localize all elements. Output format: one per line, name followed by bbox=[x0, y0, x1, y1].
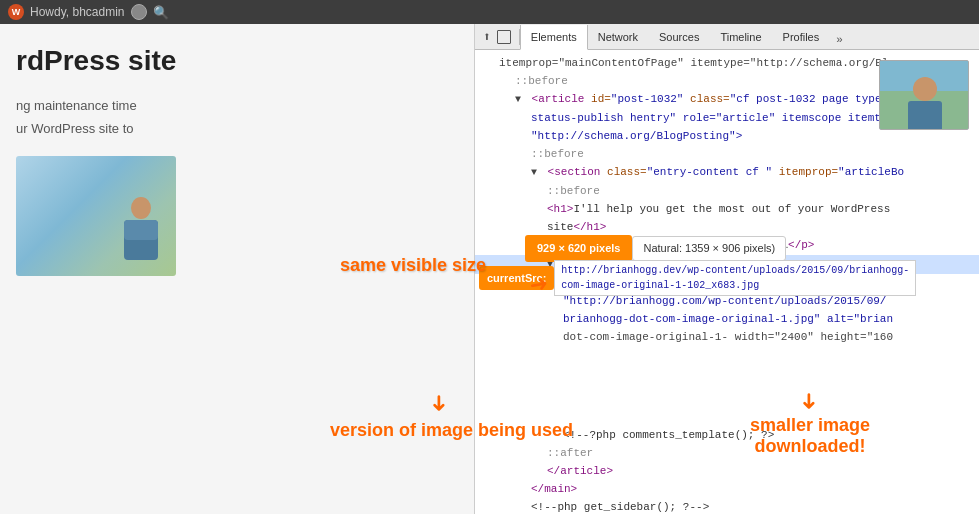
wp-desc: ur WordPress site to bbox=[16, 121, 458, 136]
svg-point-5 bbox=[913, 77, 937, 101]
devtools-combined: ⬆ Elements Network Sources Timeline bbox=[475, 24, 979, 514]
wp-image-placeholder bbox=[16, 156, 176, 276]
html-line: ::before bbox=[475, 182, 979, 200]
devtools-tab-row: ⬆ Elements Network Sources Timeline bbox=[475, 24, 979, 50]
avatar bbox=[131, 4, 147, 20]
top-bar: W Howdy, bhcadmin 🔍 bbox=[0, 0, 979, 24]
currentsrc-value: http://brianhogg.dev/wp-content/uploads/… bbox=[554, 260, 916, 296]
inspect-icon[interactable] bbox=[497, 30, 511, 44]
main-content: rdPress site ng maintenance time ur Word… bbox=[0, 24, 979, 514]
svg-rect-2 bbox=[124, 220, 158, 240]
wp-pane: rdPress site ng maintenance time ur Word… bbox=[0, 24, 475, 514]
devtools-tab-icons: ⬆ bbox=[475, 29, 520, 45]
html-line: ::before bbox=[475, 145, 979, 163]
thumbnail-svg bbox=[880, 61, 969, 130]
natural-size-box: Natural: 1359 × 906 pixels) bbox=[632, 236, 786, 261]
search-icon[interactable]: 🔍 bbox=[153, 5, 169, 20]
html-line: </main> bbox=[475, 480, 979, 498]
img-thumbnail bbox=[879, 60, 969, 130]
html-line: brianhogg-dot-com-image-original-1.jpg" … bbox=[475, 310, 979, 328]
tab-sources[interactable]: Sources bbox=[649, 24, 710, 49]
person-silhouette bbox=[116, 196, 166, 276]
html-line: <h1>I'll help you get the most out of yo… bbox=[475, 200, 979, 218]
html-line: <!--php get_sidebar(); ?--> bbox=[475, 498, 979, 514]
devtools-pane: ⬆ Elements Network Sources Timeline bbox=[475, 24, 979, 514]
devtools-tabs-list: Elements Network Sources Timeline Profil… bbox=[520, 24, 849, 49]
currentsrc-row: currentSrc: http://brianhogg.dev/wp-cont… bbox=[479, 260, 916, 296]
html-line: <!--?php comments_template(); ?> bbox=[475, 426, 979, 444]
tab-network[interactable]: Network bbox=[588, 24, 649, 49]
html-line: ▼ <section class="entry-content cf " ite… bbox=[475, 163, 979, 182]
tab-profiles[interactable]: Profiles bbox=[773, 24, 831, 49]
svg-point-0 bbox=[131, 197, 151, 219]
html-line: site</h1> bbox=[475, 218, 979, 236]
html-line: dot-com-image-original-1- width="2400" h… bbox=[475, 328, 979, 346]
size-popup: 929 × 620 pixels Natural: 1359 × 906 pix… bbox=[525, 235, 786, 262]
tab-elements[interactable]: Elements bbox=[520, 25, 588, 50]
top-bar-left: W Howdy, bhcadmin 🔍 bbox=[8, 4, 169, 20]
wp-title-text: rdPress site bbox=[16, 45, 176, 76]
currentsrc-label: currentSrc: bbox=[479, 266, 554, 291]
wp-title: rdPress site bbox=[16, 44, 458, 78]
cursor-icon[interactable]: ⬆ bbox=[483, 29, 491, 45]
tab-timeline[interactable]: Timeline bbox=[710, 24, 772, 49]
howdy-text: Howdy, bhcadmin bbox=[30, 5, 125, 19]
wp-subtitle1: ng maintenance time bbox=[16, 98, 458, 113]
html-line: ::after bbox=[475, 444, 979, 462]
more-tabs-button[interactable]: » bbox=[830, 31, 849, 49]
size-highlight-box: 929 × 620 pixels bbox=[525, 235, 632, 262]
html-line: </article> bbox=[475, 462, 979, 480]
html-content[interactable]: itemprop="mainContentOfPage" itemtype="h… bbox=[475, 50, 979, 514]
svg-rect-6 bbox=[908, 101, 942, 130]
wordpress-icon: W bbox=[8, 4, 24, 20]
